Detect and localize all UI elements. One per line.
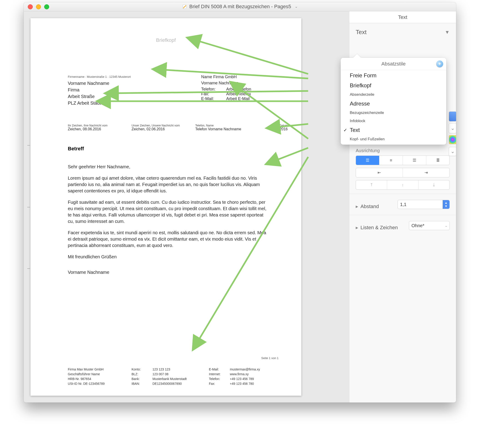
style-name: Text [356,29,367,36]
ref-val: 15.06.2016 [259,127,288,131]
ib-row: E-Mail:Arbeit E-Mail [201,96,251,101]
addr-line: PLZ Arbeit Stadt [68,100,109,106]
closing: Mit freundlichen Grüßen [68,253,268,260]
info-block[interactable]: Name Firma GmbH Vorname Nachname Telefon… [201,75,251,101]
ref-val: Telefon Vorname Nachname [195,127,259,131]
font-size-stepper[interactable] [449,112,456,121]
svg-rect-0 [183,4,186,8]
ref-head: Unser Zeichen, Unsere Nachricht vom [131,124,195,127]
paragraph-styles-popover: Absatzstile + Freie FormBriefkopfAbsende… [341,58,446,145]
style-item[interactable]: Freie Form [341,71,446,81]
popover-header: Absatzstile + [341,58,446,70]
section-list: Listen & Zeichen [360,225,398,230]
style-item[interactable]: Adresse [341,99,446,109]
minimize-icon[interactable] [36,4,41,9]
checkmark-icon: ✓ [343,127,347,133]
align-justify-button[interactable]: ≣ [426,156,449,165]
salutation: Sehr geehrter Herr Nachname, [68,164,268,170]
titlebar: Brief DIN 5008 A mit Bezugszeichen - Pag… [24,2,456,11]
disclosure-triangle-icon[interactable]: ▶ [356,205,358,208]
footer-row: IBAN:DE12345000067890 [131,381,209,386]
traffic-lights [28,4,49,9]
valign-bottom-button: ⤓ [418,180,449,189]
footer-row: BLZ:123 007 08 [131,372,209,377]
format-inspector: Text Text ▼ ⌄ ⌄ Ausrichtung ☰ ≡ ☰ ≣ [349,11,456,402]
style-item[interactable]: Briefkopf [341,81,446,90]
inspector-tab-text[interactable]: Text [349,11,456,23]
addr-line: Vorname Nachname [68,80,109,87]
char-style-dropdown[interactable]: ⌄ [449,147,456,156]
vertical-align-segment: ⤒ ↕ ⤓ [356,180,450,190]
pages-app-icon [182,4,187,9]
list-combo[interactable]: Ohne*⌄ [409,221,450,230]
style-item[interactable]: Infoblock [341,117,446,125]
signature: Vorname Nachname [68,269,268,275]
paragraph: Lorem ipsum ad qui amet dolore, vitae ce… [68,175,268,194]
spacing-value: 1,1 [400,202,406,207]
ib-head: Name Firma GmbH [201,75,251,79]
page: Briefkopf Firmenname · Musterstraße 1 · … [30,18,301,396]
sender-line[interactable]: Firmenname · Musterstraße 1 · 12345 Must… [68,75,131,78]
outdent-button[interactable]: ⇤ [356,168,403,177]
chevron-down-icon[interactable]: ⌄ [295,4,298,9]
footer-row: Internet:www.firma.xy [209,372,286,377]
window-title: Brief DIN 5008 A mit Bezugszeichen - Pag… [189,4,291,10]
disclosure-triangle-icon[interactable]: ▶ [356,226,358,230]
section-alignment: Ausrichtung [356,148,450,153]
section-spacing: Abstand [360,204,379,209]
list-value: Ohne* [411,223,424,228]
align-center-button[interactable]: ≡ [379,156,403,165]
footer-row: Telefon:+49 123 456 789 [209,377,286,381]
letterhead-placeholder[interactable]: Briefkopf [30,37,301,43]
paragraph: Facer expetenda ius te, sint mundi aperi… [68,230,268,248]
app-window: Brief DIN 5008 A mit Bezugszeichen - Pag… [24,2,456,402]
style-item[interactable]: Absenderzeile [341,90,446,99]
chevron-down-icon: ▼ [445,29,450,35]
indent-button[interactable]: ⇥ [403,168,449,177]
paragraph-style-selector[interactable]: Text ▼ [356,29,450,36]
text-align-segment: ☰ ≡ ☰ ≣ [356,156,450,165]
popover-title: Absatzstile [382,61,405,67]
ref-head: Ihr Zeichen, Ihre Nachricht vom [68,124,131,127]
page-number: Seite 1 von 1 [261,356,279,360]
paragraph: Fugit suavitate ad eam, ut essent debiti… [68,199,268,224]
addr-line: Firma [68,87,109,93]
style-item[interactable]: Bezugszeichenzeile [341,109,446,117]
footer-row: E-Mail:mustermax@firma.xy [209,367,286,372]
align-right-button[interactable]: ☰ [403,156,426,165]
ref-head: Datum [259,124,288,127]
style-item[interactable]: Kopf- und Fußzeilen [341,135,446,143]
ib-head: Vorname Nachname [201,81,251,86]
ft: USt-ID Nr. DE-123456789 [68,381,131,386]
subject[interactable]: Betreff [68,146,84,152]
ref-val: Zeichen, 08.06.2016 [68,127,131,131]
ft: Geschäftsführer Name [68,372,131,377]
indent-segment: ⇤ ⇥ [356,168,450,177]
valign-top-button: ⤒ [356,180,387,189]
ft: Firma Max Muster GmbH [68,367,131,372]
recipient-address[interactable]: Vorname Nachname Firma Arbeit Straße PLZ… [68,80,109,106]
document-canvas[interactable]: Briefkopf Firmenname · Musterstraße 1 · … [24,11,349,402]
valign-middle-button: ↕ [387,180,418,189]
body-text[interactable]: Sehr geehrter Herr Nachname, Lorem ipsum… [68,164,268,280]
color-well-icon[interactable] [449,135,456,144]
ref-val: Zeichen, 02.06.2016 [131,127,195,131]
style-list: Freie FormBriefkopfAbsenderzeileAdresseB… [341,70,446,145]
style-item[interactable]: Text✓ [341,125,446,135]
ft: HRB-Nr. 987654 [68,377,131,381]
spacing-combo[interactable]: 1,1▲▼ [398,200,450,209]
align-left-button[interactable]: ☰ [356,156,379,165]
footer-block[interactable]: Firma Max Muster GmbH Geschäftsführer Na… [68,367,288,386]
footer-row: Bank:Musterbank Musterstadt [131,377,209,381]
bold-popup-icon[interactable]: ⌄ [449,123,456,133]
add-style-button[interactable]: + [436,60,443,67]
ib-row: Fax:Arbeit Telefax [201,92,251,96]
ref-head: Telefon, Name [195,124,259,127]
footer-row: Konto:123 123 123 [131,367,209,372]
close-icon[interactable] [28,4,33,9]
workarea: Briefkopf Firmenname · Musterstraße 1 · … [24,11,456,402]
ib-row: Telefon:Arbeit Telefon [201,87,251,92]
footer-row: Fax:+49 123 456 780 [209,381,286,386]
zoom-icon[interactable] [44,4,49,9]
reference-row[interactable]: Ihr Zeichen, Ihre Nachricht vomZeichen, … [68,124,288,131]
